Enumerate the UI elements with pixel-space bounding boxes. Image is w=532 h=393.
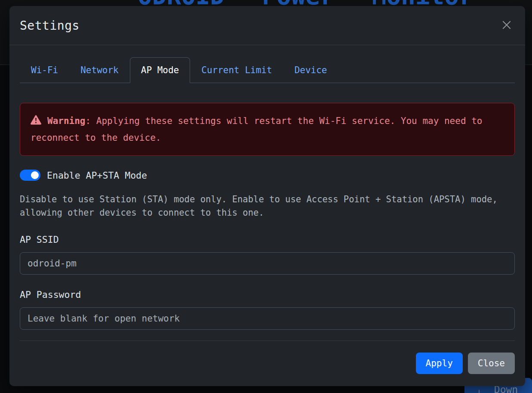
toggle-knob — [31, 171, 39, 179]
ap-ssid-input[interactable] — [20, 252, 515, 275]
tab-device[interactable]: Device — [283, 57, 338, 83]
close-footer-button[interactable]: Close — [468, 353, 515, 374]
warning-banner: Warning: Applying these settings will re… — [20, 103, 515, 156]
warning-message: : Applying these settings will restart t… — [31, 116, 482, 143]
close-button[interactable] — [498, 17, 515, 34]
tab-current-limit[interactable]: Current Limit — [190, 57, 283, 83]
ap-sta-switch-row: Enable AP+STA Mode — [20, 170, 515, 181]
apply-button[interactable]: Apply — [416, 353, 463, 374]
ap-ssid-label: AP SSID — [20, 234, 515, 245]
ap-password-input[interactable] — [20, 307, 515, 330]
close-icon — [500, 19, 513, 33]
ap-sta-toggle-label[interactable]: Enable AP+STA Mode — [47, 170, 147, 181]
modal-title: Settings — [20, 19, 80, 33]
tab-network[interactable]: Network — [69, 57, 130, 83]
ap-password-label: AP Password — [20, 289, 515, 300]
tab-ap-mode[interactable]: AP Mode — [130, 57, 191, 83]
tab-bar: Wi-Fi Network AP Mode Current Limit Devi… — [20, 57, 515, 83]
modal-header: Settings — [9, 6, 525, 45]
modal-footer: Apply Close — [20, 340, 515, 374]
ap-sta-toggle[interactable] — [20, 170, 40, 181]
download-icon — [474, 389, 484, 393]
modal-body: Wi-Fi Network AP Mode Current Limit Devi… — [9, 45, 525, 330]
warning-label: Warning — [47, 116, 86, 126]
ap-sta-description: Disable to use Station (STA) mode only. … — [20, 193, 515, 220]
warning-triangle-icon — [31, 114, 41, 130]
tab-wifi[interactable]: Wi-Fi — [20, 57, 69, 83]
settings-modal: Settings Wi-Fi Network AP Mode Current L… — [9, 6, 525, 386]
